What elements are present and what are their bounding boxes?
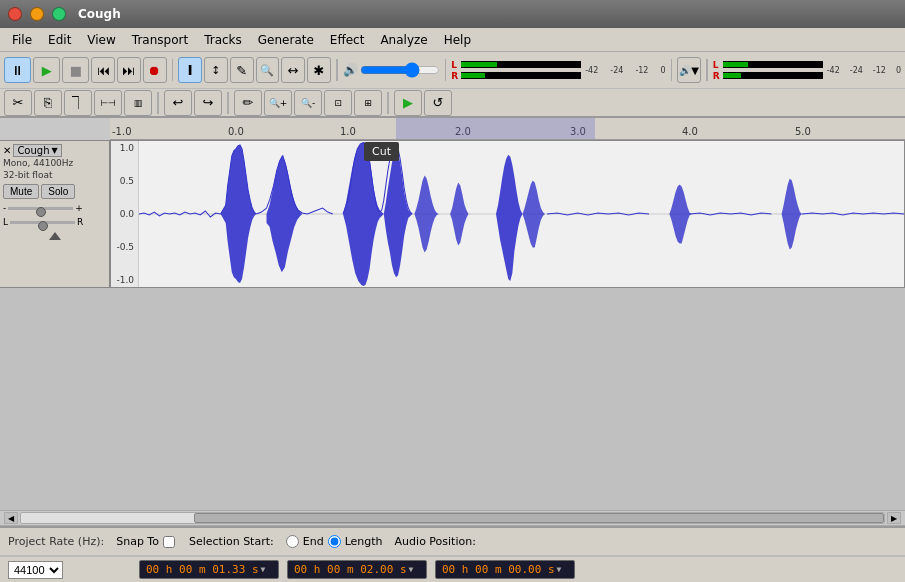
snap-to-checkbox[interactable]	[163, 536, 175, 548]
record-button[interactable]: ⏺	[143, 57, 167, 83]
vu-meter-output: L R	[713, 60, 823, 81]
ruler-label-3: 3.0	[570, 126, 586, 137]
zoom-in2-button[interactable]: 🔍+	[264, 90, 292, 116]
zoom-out2-button[interactable]: 🔍-	[294, 90, 322, 116]
mute-button[interactable]: Mute	[3, 184, 39, 199]
menu-tracks[interactable]: Tracks	[196, 31, 250, 49]
project-rate-select[interactable]: 44100 22050 48000	[8, 561, 63, 579]
time2-value: 00 h 00 m 02.00 s	[294, 563, 407, 576]
sep1	[172, 59, 174, 81]
skip-back-button[interactable]: ⏮	[91, 57, 115, 83]
gain-slider[interactable]	[8, 202, 73, 214]
copy-button[interactable]: ⎘	[34, 90, 62, 116]
project-rate-label: Project Rate (Hz):	[8, 535, 104, 548]
time3-value: 00 h 00 m 00.00 s	[442, 563, 555, 576]
ruler: -1.0 0.0 1.0 2.0 3.0 4.0 5.0 6.0	[110, 118, 905, 140]
ruler-label-1: 1.0	[340, 126, 356, 137]
trim-button[interactable]: ⊢⊣	[94, 90, 122, 116]
select-tool-button[interactable]: I	[178, 57, 202, 83]
track-name-dropdown[interactable]: Cough ▼	[13, 144, 61, 157]
time-display-3: 00 h 00 m 00.00 s ▼	[435, 560, 575, 579]
titlebar: Cough	[0, 0, 905, 28]
track-bit-depth: 32-bit float	[3, 170, 106, 182]
selection-start-section: Selection Start:	[189, 535, 274, 548]
time2-dropdown[interactable]: ▼	[409, 565, 414, 574]
collapse-row	[3, 232, 106, 240]
pan-slider[interactable]	[10, 216, 75, 228]
pause-button[interactable]: ⏸	[4, 57, 31, 83]
sep3	[445, 59, 447, 81]
menu-generate[interactable]: Generate	[250, 31, 322, 49]
length-radio[interactable]	[328, 535, 341, 548]
collapse-button[interactable]	[49, 232, 61, 240]
draw-tool-button[interactable]: ✎	[230, 57, 254, 83]
menubar: File Edit View Transport Tracks Generate…	[0, 28, 905, 52]
scrollbar-thumb[interactable]	[194, 513, 884, 523]
close-button[interactable]	[8, 7, 22, 21]
track-btn-row: Mute Solo	[3, 184, 106, 199]
zoom-sel-button[interactable]: ⊡	[324, 90, 352, 116]
scroll-left-button[interactable]: ◀	[4, 512, 18, 524]
menu-analyze[interactable]: Analyze	[372, 31, 435, 49]
play-green-button[interactable]: ▶	[394, 90, 422, 116]
menu-edit[interactable]: Edit	[40, 31, 79, 49]
envelope-tool-button[interactable]: ↕	[204, 57, 228, 83]
zoom-fit-button[interactable]: ⊞	[354, 90, 382, 116]
loop-button[interactable]: ↺	[424, 90, 452, 116]
paste-button[interactable]: ⏋	[64, 90, 92, 116]
empty-area	[0, 288, 905, 510]
waveform-container[interactable]: 1.0 0.5 0.0 -0.5 -1.0	[110, 140, 905, 288]
play-button[interactable]: ▶	[33, 57, 60, 83]
horizontal-scrollbar[interactable]	[20, 512, 885, 524]
stop-button[interactable]: ■	[62, 57, 89, 83]
toolbar-area: ⏸ ▶ ■ ⏮ ⏭ ⏺ I ↕ ✎ 🔍 ↔ ✱ 🔊 L	[0, 52, 905, 118]
minimize-button[interactable]	[30, 7, 44, 21]
pan-l-label: L	[3, 217, 8, 227]
track-close-icon[interactable]: ✕	[3, 145, 11, 156]
track-name-arrow: ▼	[52, 146, 58, 155]
sep6	[157, 92, 159, 114]
main-content: File Edit View Transport Tracks Generate…	[0, 28, 905, 582]
time3-dropdown[interactable]: ▼	[557, 565, 562, 574]
menu-effect[interactable]: Effect	[322, 31, 373, 49]
audio-position-label: Audio Position:	[395, 535, 476, 548]
ruler-label-4: 4.0	[682, 126, 698, 137]
skip-fwd-button[interactable]: ⏭	[117, 57, 141, 83]
amp-neg0.5: -0.5	[113, 242, 136, 252]
multi-tool-button[interactable]: ✱	[307, 57, 331, 83]
scroll-right-button[interactable]: ▶	[887, 512, 901, 524]
pan-row: L R	[3, 216, 106, 228]
zoom-in-button[interactable]: 🔍	[256, 57, 280, 83]
statusbar-wrapper: Project Rate (Hz): Snap To Selection Sta…	[0, 526, 905, 582]
input-level-btn[interactable]: 🔊▼	[677, 57, 701, 83]
track-header: ✕ Cough ▼ Mono, 44100Hz 32-bit float Mut…	[0, 140, 110, 288]
vu-meter-input: L R	[451, 60, 581, 81]
gain-max-label: +	[75, 203, 83, 213]
amp-0.0: 0.0	[113, 209, 136, 219]
menu-file[interactable]: File	[4, 31, 40, 49]
ruler-label-0: 0.0	[228, 126, 244, 137]
time1-value: 00 h 00 m 01.33 s	[146, 563, 259, 576]
menu-help[interactable]: Help	[436, 31, 479, 49]
redo-button[interactable]: ↪	[194, 90, 222, 116]
gain-min-label: -	[3, 203, 6, 213]
maximize-button[interactable]	[52, 7, 66, 21]
silence-button[interactable]: ▥	[124, 90, 152, 116]
end-radio[interactable]	[286, 535, 299, 548]
menu-transport[interactable]: Transport	[124, 31, 196, 49]
time-display-1: 00 h 00 m 01.33 s ▼	[139, 560, 279, 579]
sep4	[671, 59, 673, 81]
project-rate-section: Project Rate (Hz):	[8, 535, 104, 548]
volume-slider[interactable]	[360, 62, 440, 78]
undo-button[interactable]: ↩	[164, 90, 192, 116]
menu-view[interactable]: View	[79, 31, 123, 49]
time-shift-button[interactable]: ↔	[281, 57, 305, 83]
time1-dropdown[interactable]: ▼	[261, 565, 266, 574]
cut-button[interactable]: ✂	[4, 90, 32, 116]
solo-button[interactable]: Solo	[41, 184, 75, 199]
toolbar-row2: ✂ ⎘ ⏋ ⊢⊣ ▥ ↩ ↪ ✏ 🔍+ 🔍- ⊡ ⊞ ▶ ↺	[0, 88, 905, 116]
draw2-button[interactable]: ✏	[234, 90, 262, 116]
length-label: Length	[345, 535, 383, 548]
ruler-label-5: 5.0	[795, 126, 811, 137]
ruler-selection	[396, 118, 595, 139]
